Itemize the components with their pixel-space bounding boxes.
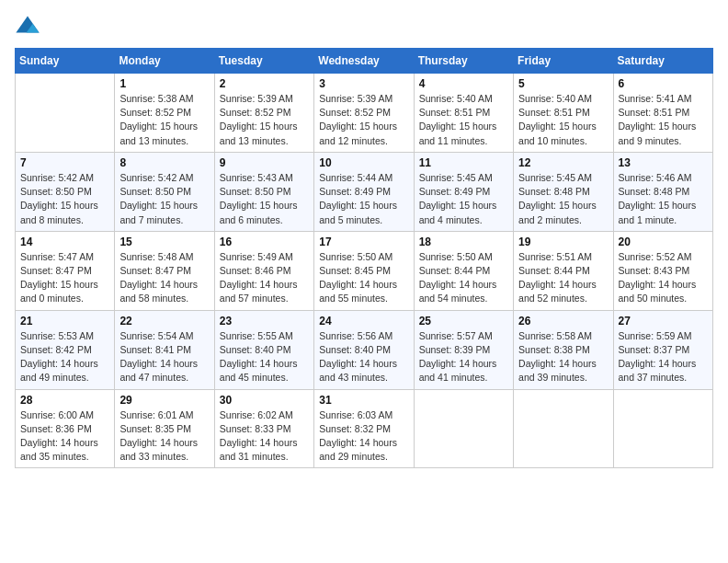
day-number: 1 <box>119 77 209 90</box>
day-header-friday: Friday <box>514 49 613 74</box>
calendar-cell: 7Sunrise: 5:42 AMSunset: 8:50 PMDaylight… <box>16 152 115 231</box>
day-info: Sunrise: 5:48 AMSunset: 8:47 PMDaylight:… <box>119 250 209 306</box>
day-info: Sunrise: 5:54 AMSunset: 8:41 PMDaylight:… <box>119 329 209 385</box>
logo-icon <box>15 15 40 40</box>
day-info: Sunrise: 5:39 AMSunset: 8:52 PMDaylight:… <box>220 92 309 148</box>
calendar-cell: 8Sunrise: 5:42 AMSunset: 8:50 PMDaylight… <box>115 152 214 231</box>
calendar-cell: 21Sunrise: 5:53 AMSunset: 8:42 PMDayligh… <box>16 310 115 389</box>
calendar-cell: 23Sunrise: 5:55 AMSunset: 8:40 PMDayligh… <box>214 310 313 389</box>
day-number: 4 <box>419 77 508 90</box>
day-info: Sunrise: 5:59 AMSunset: 8:37 PMDaylight:… <box>619 329 708 385</box>
day-info: Sunrise: 5:53 AMSunset: 8:42 PMDaylight:… <box>20 329 109 385</box>
day-number: 12 <box>518 156 608 169</box>
day-number: 19 <box>518 236 608 248</box>
day-info: Sunrise: 5:40 AMSunset: 8:51 PMDaylight:… <box>518 92 608 148</box>
calendar-cell: 28Sunrise: 6:00 AMSunset: 8:36 PMDayligh… <box>16 389 115 468</box>
calendar-cell: 3Sunrise: 5:39 AMSunset: 8:52 PMDaylight… <box>314 74 414 153</box>
day-number: 20 <box>619 236 708 248</box>
calendar-cell: 1Sunrise: 5:38 AMSunset: 8:52 PMDaylight… <box>115 74 214 153</box>
calendar-cell: 11Sunrise: 5:45 AMSunset: 8:49 PMDayligh… <box>414 152 513 231</box>
logo <box>15 15 44 40</box>
calendar-cell: 17Sunrise: 5:50 AMSunset: 8:45 PMDayligh… <box>314 231 414 310</box>
calendar-week-row: 21Sunrise: 5:53 AMSunset: 8:42 PMDayligh… <box>16 310 713 389</box>
day-info: Sunrise: 5:39 AMSunset: 8:52 PMDaylight:… <box>319 92 408 148</box>
day-header-sunday: Sunday <box>16 49 115 74</box>
day-number: 26 <box>518 315 608 327</box>
day-number: 23 <box>220 315 309 327</box>
day-number: 29 <box>119 394 209 407</box>
day-info: Sunrise: 5:46 AMSunset: 8:48 PMDaylight:… <box>619 171 708 227</box>
day-info: Sunrise: 5:56 AMSunset: 8:40 PMDaylight:… <box>319 329 408 385</box>
calendar-cell: 26Sunrise: 5:58 AMSunset: 8:38 PMDayligh… <box>514 310 613 389</box>
day-number: 17 <box>319 236 408 248</box>
calendar-cell: 18Sunrise: 5:50 AMSunset: 8:44 PMDayligh… <box>414 231 513 310</box>
calendar-cell: 9Sunrise: 5:43 AMSunset: 8:50 PMDaylight… <box>214 152 313 231</box>
calendar-cell: 6Sunrise: 5:41 AMSunset: 8:51 PMDaylight… <box>613 74 712 153</box>
calendar-cell: 13Sunrise: 5:46 AMSunset: 8:48 PMDayligh… <box>613 152 712 231</box>
day-info: Sunrise: 5:41 AMSunset: 8:51 PMDaylight:… <box>619 92 708 148</box>
day-header-tuesday: Tuesday <box>214 49 313 74</box>
day-info: Sunrise: 5:43 AMSunset: 8:50 PMDaylight:… <box>220 171 309 227</box>
calendar-week-row: 28Sunrise: 6:00 AMSunset: 8:36 PMDayligh… <box>16 389 713 468</box>
day-number: 14 <box>20 236 109 248</box>
day-info: Sunrise: 5:51 AMSunset: 8:44 PMDaylight:… <box>518 250 608 306</box>
day-info: Sunrise: 5:38 AMSunset: 8:52 PMDaylight:… <box>119 92 209 148</box>
day-header-wednesday: Wednesday <box>314 49 414 74</box>
day-info: Sunrise: 5:57 AMSunset: 8:39 PMDaylight:… <box>419 329 508 385</box>
day-info: Sunrise: 5:58 AMSunset: 8:38 PMDaylight:… <box>518 329 608 385</box>
calendar-week-row: 14Sunrise: 5:47 AMSunset: 8:47 PMDayligh… <box>16 231 713 310</box>
day-info: Sunrise: 5:44 AMSunset: 8:49 PMDaylight:… <box>319 171 408 227</box>
day-info: Sunrise: 6:03 AMSunset: 8:32 PMDaylight:… <box>319 408 408 465</box>
page-header <box>15 15 713 40</box>
day-number: 3 <box>319 77 408 90</box>
day-info: Sunrise: 6:01 AMSunset: 8:35 PMDaylight:… <box>119 408 209 465</box>
day-number: 16 <box>220 236 309 248</box>
day-number: 27 <box>619 315 708 327</box>
calendar-cell: 30Sunrise: 6:02 AMSunset: 8:33 PMDayligh… <box>214 389 313 468</box>
day-info: Sunrise: 5:49 AMSunset: 8:46 PMDaylight:… <box>220 250 309 306</box>
day-number: 6 <box>619 77 708 90</box>
calendar-cell: 15Sunrise: 5:48 AMSunset: 8:47 PMDayligh… <box>115 231 214 310</box>
day-header-saturday: Saturday <box>613 49 712 74</box>
calendar-cell: 29Sunrise: 6:01 AMSunset: 8:35 PMDayligh… <box>115 389 214 468</box>
day-number: 28 <box>20 394 109 407</box>
day-number: 15 <box>119 236 209 248</box>
day-number: 24 <box>319 315 408 327</box>
calendar-cell: 20Sunrise: 5:52 AMSunset: 8:43 PMDayligh… <box>613 231 712 310</box>
day-info: Sunrise: 5:50 AMSunset: 8:45 PMDaylight:… <box>319 250 408 306</box>
calendar-cell: 25Sunrise: 5:57 AMSunset: 8:39 PMDayligh… <box>414 310 513 389</box>
calendar-header-row: SundayMondayTuesdayWednesdayThursdayFrid… <box>16 49 713 74</box>
day-number: 10 <box>319 156 408 169</box>
calendar-cell: 31Sunrise: 6:03 AMSunset: 8:32 PMDayligh… <box>314 389 414 468</box>
day-info: Sunrise: 5:45 AMSunset: 8:49 PMDaylight:… <box>419 171 508 227</box>
day-header-thursday: Thursday <box>414 49 513 74</box>
day-info: Sunrise: 5:42 AMSunset: 8:50 PMDaylight:… <box>119 171 209 227</box>
calendar-cell: 12Sunrise: 5:45 AMSunset: 8:48 PMDayligh… <box>514 152 613 231</box>
calendar-cell: 19Sunrise: 5:51 AMSunset: 8:44 PMDayligh… <box>514 231 613 310</box>
day-number: 2 <box>220 77 309 90</box>
day-info: Sunrise: 5:47 AMSunset: 8:47 PMDaylight:… <box>20 250 109 306</box>
calendar-cell <box>414 389 513 468</box>
day-header-monday: Monday <box>115 49 214 74</box>
day-info: Sunrise: 5:52 AMSunset: 8:43 PMDaylight:… <box>619 250 708 306</box>
day-number: 22 <box>119 315 209 327</box>
day-info: Sunrise: 6:00 AMSunset: 8:36 PMDaylight:… <box>20 408 109 465</box>
calendar-cell: 14Sunrise: 5:47 AMSunset: 8:47 PMDayligh… <box>16 231 115 310</box>
calendar-week-row: 7Sunrise: 5:42 AMSunset: 8:50 PMDaylight… <box>16 152 713 231</box>
day-info: Sunrise: 5:55 AMSunset: 8:40 PMDaylight:… <box>220 329 309 385</box>
day-info: Sunrise: 5:40 AMSunset: 8:51 PMDaylight:… <box>419 92 508 148</box>
calendar-cell: 24Sunrise: 5:56 AMSunset: 8:40 PMDayligh… <box>314 310 414 389</box>
day-number: 25 <box>419 315 508 327</box>
day-number: 31 <box>319 394 408 407</box>
calendar-cell: 27Sunrise: 5:59 AMSunset: 8:37 PMDayligh… <box>613 310 712 389</box>
calendar-cell: 16Sunrise: 5:49 AMSunset: 8:46 PMDayligh… <box>214 231 313 310</box>
calendar-week-row: 1Sunrise: 5:38 AMSunset: 8:52 PMDaylight… <box>16 74 713 153</box>
calendar-cell: 22Sunrise: 5:54 AMSunset: 8:41 PMDayligh… <box>115 310 214 389</box>
calendar-cell <box>514 389 613 468</box>
calendar-cell: 5Sunrise: 5:40 AMSunset: 8:51 PMDaylight… <box>514 74 613 153</box>
calendar-cell: 4Sunrise: 5:40 AMSunset: 8:51 PMDaylight… <box>414 74 513 153</box>
day-number: 18 <box>419 236 508 248</box>
calendar-cell <box>613 389 712 468</box>
day-info: Sunrise: 5:42 AMSunset: 8:50 PMDaylight:… <box>20 171 109 227</box>
day-info: Sunrise: 5:50 AMSunset: 8:44 PMDaylight:… <box>419 250 508 306</box>
